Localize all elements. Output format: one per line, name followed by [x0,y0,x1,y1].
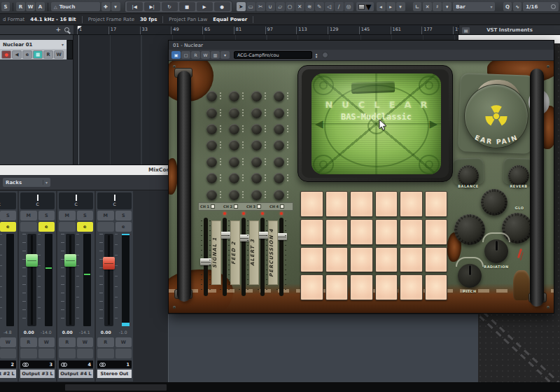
write-button[interactable]: W [0,337,16,347]
ruler-tick[interactable]: 33 [142,27,148,32]
channel-led-button[interactable] [257,204,261,209]
plugin-titlebar[interactable]: 01 - Nuclear [169,41,554,50]
search-icon[interactable] [64,27,69,32]
drum-pad[interactable] [400,191,423,217]
insert-cell[interactable] [20,222,37,232]
frame-rate-value[interactable]: 30 fps [140,17,157,22]
drum-pad[interactable] [326,191,349,217]
channel-name[interactable]: Output #2 L [0,370,16,378]
track-header-nuclear[interactable]: Nuclear 01 ▾ [0,40,66,49]
drum-pad[interactable] [326,247,349,273]
plugin-fader-2[interactable] [223,218,227,296]
record-button[interactable]: ● [214,2,230,11]
read-button[interactable]: R [97,337,114,347]
ruler-tick[interactable]: 145 [361,27,370,32]
extra-cell[interactable] [59,349,76,358]
mute-button[interactable]: M [59,211,76,220]
object-selection-tool[interactable]: ➤ [237,2,246,11]
small-knob[interactable] [274,124,284,134]
plugin-fader-cap[interactable] [200,258,211,265]
ruler-tick[interactable]: 113 [298,27,307,32]
small-knob[interactable] [229,108,239,118]
pan-control[interactable]: C [0,192,16,209]
plugin-fader-4[interactable] [260,218,265,296]
automation-a-button[interactable]: A [36,2,45,11]
drum-pad[interactable] [350,247,373,273]
reverb-knob[interactable] [508,165,529,186]
drum-pad[interactable] [425,274,448,300]
solo-button[interactable]: S [115,211,132,220]
ruler-tick[interactable]: 129 [330,27,338,32]
monitor-button[interactable]: ◀ [12,50,22,59]
ruler-tick[interactable]: 1 [79,27,82,32]
drum-pad[interactable] [300,191,323,217]
pan-control[interactable]: C [97,192,132,209]
preset-spinner-arrow[interactable]: ▾ [314,55,319,58]
play-tool[interactable]: ◁ [325,2,334,11]
write-button[interactable]: W [115,337,132,347]
small-knob[interactable] [251,173,262,183]
draw-tool[interactable]: ✎ [315,2,324,11]
erase-tool[interactable]: ▱ [276,2,285,11]
extra-cell[interactable] [38,349,55,358]
small-knob[interactable] [251,140,262,150]
plugin-fader-5[interactable] [279,218,284,296]
small-knob[interactable] [274,108,284,118]
color-tool[interactable]: ◎ [344,2,354,11]
drum-pad[interactable] [400,219,423,245]
channel-fader[interactable] [104,234,113,326]
mixer-channel[interactable]: CMSe0.00-14.1RW4Output #4 L [57,191,94,382]
taskbar-item[interactable] [65,384,167,391]
solo-button[interactable]: S [38,211,55,220]
mixer-channel[interactable]: CMSe-4.8RW2Output #2 L [0,191,18,382]
mixer-channel[interactable]: CMSe0.00-1.0RW1Stereo Out [96,191,133,382]
nudge-icon-1[interactable]: ▸ [386,2,396,11]
edit-channel-button[interactable]: e [22,50,32,59]
insert-cell[interactable] [59,222,76,232]
crt-screen[interactable]: NUCLEAR BAS-MudClassic ◀ ▶ [312,74,441,174]
line-tool[interactable]: ∕ [335,2,344,11]
pan-law-value[interactable]: Equal Power [213,17,247,22]
drum-pad[interactable] [350,191,373,217]
small-knob[interactable] [206,124,217,134]
small-knob[interactable] [229,173,239,183]
solo-button[interactable]: S [77,211,94,220]
channel-name[interactable]: Output #3 L [20,370,55,378]
panel-icon[interactable]: ▤ [462,27,470,34]
preset-spinner[interactable]: ▴▾ [314,52,319,58]
drum-pad[interactable] [326,274,349,300]
small-knob[interactable] [206,157,217,167]
chevron-down-icon[interactable]: ▾ [62,42,64,47]
timeline-ruler[interactable]: 1173349658197113129145161177193 [74,25,458,35]
cycle-button[interactable]: ↻ [162,2,178,11]
range-selection-tool[interactable]: ▭ [246,2,255,11]
ruler-tick[interactable]: 81 [236,27,241,32]
channel-fader[interactable] [27,234,36,326]
extra-cell[interactable] [0,349,16,358]
menu-button[interactable]: ▾ [220,51,230,59]
play-button[interactable]: ▶ [197,2,213,11]
small-knob[interactable] [251,190,262,200]
zoom-tool[interactable]: ○ [286,2,295,11]
edit-button[interactable]: e [77,222,94,232]
write-button[interactable]: W [77,337,94,347]
plugin-fader-1[interactable] [204,218,208,296]
radiation-knob[interactable] [484,239,508,263]
grid-icon-1[interactable]: ♯ [433,2,442,11]
mute-button[interactable]: M [20,211,37,220]
racks-dropdown[interactable]: Racks ▾ [3,178,50,187]
drum-pad[interactable] [326,219,349,245]
small-knob[interactable] [251,157,262,167]
edit-button[interactable]: e [115,222,132,232]
vst-instruments-header[interactable]: ▤ VST Instruments [458,25,560,35]
channel-led-button[interactable] [211,204,215,209]
channel-name[interactable]: Output #4 L [59,370,93,378]
automation-mode-dropdown[interactable]: △ Touch [51,2,100,11]
edit-button[interactable]: e [38,222,55,232]
drum-pad[interactable] [350,274,373,300]
mute-tool[interactable]: ✕ [295,2,304,11]
pan-control[interactable]: C [20,192,55,209]
channel-fader[interactable] [66,234,75,326]
extra-cell[interactable] [77,349,94,358]
ab-compare-button[interactable]: ▥ [211,51,220,59]
